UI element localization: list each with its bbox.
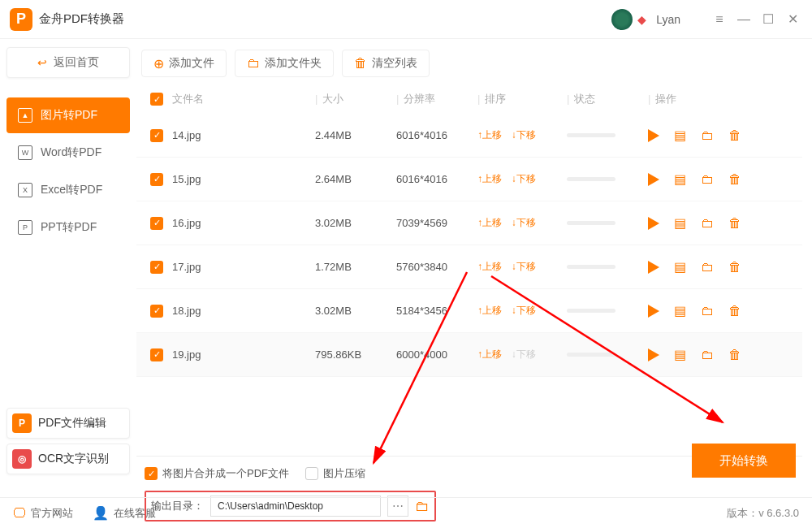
username: Lyan (656, 13, 680, 26)
official-site-link[interactable]: 🖵 官方网站 (13, 506, 73, 521)
file-size: 1.72MB (315, 261, 396, 273)
tool-ocr[interactable]: ◎ OCR文字识别 (6, 444, 130, 474)
folder-icon[interactable]: 🗀 (701, 348, 714, 362)
play-icon[interactable] (648, 129, 659, 142)
file-size: 3.02MB (315, 305, 396, 317)
progress-bar (567, 221, 615, 225)
detail-icon[interactable]: ▤ (674, 171, 686, 187)
play-icon[interactable] (648, 348, 659, 361)
progress-bar (567, 133, 615, 137)
pdf-edit-icon: P (12, 413, 32, 433)
excel-icon: X (18, 183, 32, 197)
row-checkbox[interactable]: ✓ (150, 305, 163, 318)
delete-icon[interactable]: 🗑 (728, 172, 741, 187)
move-down-button[interactable]: ↓下移 (512, 129, 536, 141)
move-up-button[interactable]: ↑上移 (477, 129, 502, 141)
compress-checkbox[interactable] (305, 467, 318, 480)
move-up-button[interactable]: ↑上移 (477, 261, 502, 272)
move-up-button[interactable]: ↑上移 (477, 217, 502, 228)
progress-bar (567, 177, 615, 181)
delete-icon[interactable]: 🗑 (728, 348, 741, 362)
progress-bar (567, 309, 615, 313)
move-down-button: ↓下移 (512, 348, 536, 360)
detail-icon[interactable]: ▤ (674, 128, 686, 143)
delete-icon[interactable]: 🗑 (728, 216, 741, 231)
monitor-icon: 🖵 (13, 506, 26, 521)
file-size: 3.02MB (315, 217, 396, 229)
titlebar: P 金舟PDF转换器 ◆ Lyan ≡ — ☐ ✕ (0, 0, 812, 39)
move-up-button[interactable]: ↑上移 (477, 348, 502, 360)
ocr-icon: ◎ (12, 449, 32, 469)
back-button[interactable]: ↩ 返回首页 (6, 47, 130, 78)
delete-icon[interactable]: 🗑 (728, 304, 741, 318)
play-icon[interactable] (648, 261, 659, 274)
support-link[interactable]: 👤 在线客服 (93, 505, 156, 521)
detail-icon[interactable]: ▤ (674, 303, 686, 318)
folder-icon[interactable]: 🗀 (701, 260, 714, 275)
move-down-button[interactable]: ↓下移 (512, 261, 536, 272)
file-size: 2.64MB (315, 173, 396, 185)
folder-icon: 🗀 (247, 56, 260, 71)
minimize-icon[interactable]: — (734, 10, 754, 29)
nav-image-to-pdf[interactable]: ▲ 图片转PDF (6, 97, 130, 133)
detail-icon[interactable]: ▤ (674, 347, 686, 362)
play-icon[interactable] (648, 173, 659, 186)
table-row: ✓ 15.jpg 2.64MB 6016*4016 ↑上移 ↓下移 ▤ 🗀 🗑 (136, 158, 802, 201)
play-icon[interactable] (648, 305, 659, 318)
file-resolution: 5184*3456 (396, 305, 477, 317)
version-label: 版本：v 6.6.3.0 (727, 506, 799, 521)
word-icon: W (18, 145, 32, 160)
delete-icon[interactable]: 🗑 (728, 128, 741, 143)
back-label: 返回首页 (54, 55, 99, 70)
table-row: ✓ 14.jpg 2.44MB 6016*4016 ↑上移 ↓下移 ▤ 🗀 🗑 (136, 114, 802, 158)
merge-checkbox[interactable]: ✓ (145, 467, 158, 480)
vip-icon[interactable]: ◆ (637, 13, 646, 26)
folder-icon[interactable]: 🗀 (701, 216, 714, 231)
menu-icon[interactable]: ≡ (710, 10, 729, 29)
delete-icon[interactable]: 🗑 (728, 260, 741, 275)
maximize-icon[interactable]: ☐ (758, 10, 778, 29)
file-name: 14.jpg (169, 129, 315, 141)
table-row: ✓ 18.jpg 3.02MB 5184*3456 ↑上移 ↓下移 ▤ 🗀 🗑 (136, 289, 802, 333)
add-folder-button[interactable]: 🗀 添加文件夹 (235, 50, 334, 77)
move-down-button[interactable]: ↓下移 (512, 305, 536, 316)
clear-list-button[interactable]: 🗑 清空列表 (342, 50, 430, 77)
nav-excel-to-pdf[interactable]: X Excel转PDF (6, 172, 130, 208)
row-checkbox[interactable]: ✓ (150, 261, 163, 274)
file-resolution: 6000*4000 (396, 348, 477, 361)
move-up-button[interactable]: ↑上移 (477, 173, 502, 184)
play-icon[interactable] (648, 217, 659, 230)
file-name: 18.jpg (169, 305, 315, 317)
file-size: 795.86KB (315, 348, 396, 361)
row-checkbox[interactable]: ✓ (150, 217, 163, 230)
avatar[interactable] (611, 9, 633, 30)
folder-icon[interactable]: 🗀 (701, 172, 714, 187)
file-resolution: 7039*4569 (396, 217, 477, 229)
detail-icon[interactable]: ▤ (674, 215, 686, 231)
file-name: 19.jpg (169, 348, 315, 361)
nav-word-to-pdf[interactable]: W Word转PDF (6, 135, 130, 171)
folder-icon[interactable]: 🗀 (701, 128, 714, 143)
move-up-button[interactable]: ↑上移 (477, 305, 502, 316)
detail-icon[interactable]: ▤ (674, 259, 686, 275)
statusbar: 🖵 官方网站 👤 在线客服 版本：v 6.6.3.0 (0, 497, 812, 528)
row-checkbox[interactable]: ✓ (150, 173, 163, 186)
folder-icon[interactable]: 🗀 (701, 304, 714, 318)
select-all-checkbox[interactable]: ✓ (150, 93, 163, 106)
nav-ppt-to-pdf[interactable]: P PPT转PDF (6, 210, 130, 245)
move-down-button[interactable]: ↓下移 (512, 173, 536, 184)
table-header: ✓ 文件名 |大小 |分辨率 |排序 |状态 |操作 (136, 84, 802, 114)
ppt-icon: P (18, 220, 32, 235)
toolbar: ⊕ 添加文件 🗀 添加文件夹 🗑 清空列表 (136, 47, 802, 80)
table-row: ✓ 17.jpg 1.72MB 5760*3840 ↑上移 ↓下移 ▤ 🗀 🗑 (136, 245, 802, 289)
app-logo: P (10, 8, 32, 31)
sidebar: ↩ 返回首页 ▲ 图片转PDF W Word转PDF X Excel转PDF P… (0, 39, 136, 528)
table-row: ✓ 19.jpg 795.86KB 6000*4000 ↑上移 ↓下移 ▤ 🗀 … (136, 333, 802, 377)
tool-pdf-edit[interactable]: P PDF文件编辑 (6, 408, 130, 439)
row-checkbox[interactable]: ✓ (150, 129, 163, 142)
start-convert-button[interactable]: 开始转换 (692, 444, 796, 478)
add-file-button[interactable]: ⊕ 添加文件 (141, 50, 227, 77)
close-icon[interactable]: ✕ (783, 10, 802, 29)
row-checkbox[interactable]: ✓ (150, 348, 163, 361)
move-down-button[interactable]: ↓下移 (512, 217, 536, 228)
